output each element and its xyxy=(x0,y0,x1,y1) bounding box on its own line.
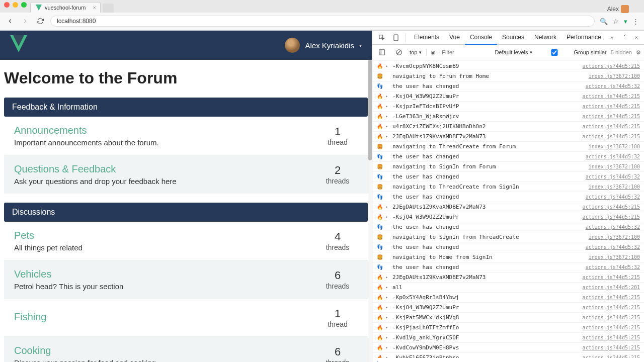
forum-item[interactable]: Vehicles Petrol head? This is your secti… xyxy=(4,260,368,299)
console-log-row[interactable]: 👣 the user has changed actions.js?44d5:3… xyxy=(372,172,644,182)
console-log-row[interactable]: 🔥 ▸ -KsjO4_W3W9Q2Z2UmuPr actions.js?44d5… xyxy=(372,212,644,222)
url-input[interactable] xyxy=(50,16,595,27)
console-log-row[interactable]: 🔥 ▸ -KvhkEl6F673igPtnbso actions.js?44d5… xyxy=(372,353,644,358)
console-log-row[interactable]: 🔥 ▸ -KsjO4_W3W9Q2Z2UmuPr actions.js?44d5… xyxy=(372,92,644,102)
forum-item[interactable]: Pets All things pet related 4 threads xyxy=(4,222,368,260)
console-log-row[interactable]: 🔥 ▸ 2JEgDAUts1Z9KvaXMDBE7v2MaN73 actions… xyxy=(372,132,644,142)
log-source-link[interactable]: actions.js?44d5:215 xyxy=(583,293,640,302)
log-source-link[interactable]: actions.js?44d5:215 xyxy=(583,62,640,70)
expand-icon[interactable]: ▸ xyxy=(385,303,391,312)
console-prompt[interactable]: › xyxy=(372,358,644,362)
expand-icon[interactable]: ▸ xyxy=(385,283,391,292)
expand-icon[interactable]: ▸ xyxy=(385,122,391,131)
expand-icon[interactable]: ▸ xyxy=(385,213,391,221)
log-source-link[interactable]: actions.js?44d5:215 xyxy=(583,303,640,312)
forum-item[interactable]: Questions & Feedback Ask your questions … xyxy=(4,155,368,194)
device-toggle-icon[interactable] xyxy=(389,32,403,44)
expand-icon[interactable]: ▸ xyxy=(385,62,391,70)
log-source-link[interactable]: actions.js?44d5:215 xyxy=(583,122,640,131)
devtools-tab-elements[interactable]: Elements xyxy=(409,31,444,45)
scrollbar-thumb[interactable] xyxy=(368,60,372,160)
console-log-row[interactable]: 🔥 ▸ 2JEgDAUts1Z9KvaXMDBE7v2MaN73 actions… xyxy=(372,202,644,212)
filter-input[interactable] xyxy=(440,48,475,56)
inspect-element-icon[interactable] xyxy=(375,32,388,44)
log-source-link[interactable]: actions.js?44d5:215 xyxy=(583,92,640,101)
console-log-row[interactable]: 🍔 navigating to Home from SignIn index.j… xyxy=(372,252,644,262)
expand-icon[interactable]: ▸ xyxy=(385,203,391,211)
forum-title[interactable]: Announcements xyxy=(14,125,317,136)
console-log-row[interactable]: 🍔 navigating to SignIn from ThreadCreate… xyxy=(372,232,644,242)
console-log-row[interactable]: 🔥 ▸ -KvdCowY9mDvM0EH8Pvs actions.js?44d5… xyxy=(372,343,644,353)
log-source-link[interactable]: actions.js?44d5:32 xyxy=(586,243,640,251)
devtools-tab-console[interactable]: Console xyxy=(465,31,497,45)
expand-icon[interactable]: ▸ xyxy=(385,92,391,101)
expand-icon[interactable]: ▸ xyxy=(385,343,391,352)
log-source-link[interactable]: actions.js?44d5:215 xyxy=(583,343,640,352)
forum-title[interactable]: Cooking xyxy=(14,345,317,356)
console-log-row[interactable]: 🔥 ▸ u4r8XCziZEWEXsj2UIKNHBoDh0n2 actions… xyxy=(372,122,644,132)
devtools-tab-sources[interactable]: Sources xyxy=(497,31,529,45)
console-log-row[interactable]: 🔥 ▸ -Kvd1Vg_ankLYgrxC50F actions.js?44d5… xyxy=(372,333,644,343)
extension-icon[interactable]: ▾ xyxy=(624,18,627,25)
console-log-row[interactable]: 🔥 ▸ -KsjPat5MWCx-dkjNVg8 actions.js?44d5… xyxy=(372,313,644,323)
log-source-link[interactable]: actions.js?44d5:215 xyxy=(583,213,640,221)
new-tab-button[interactable] xyxy=(103,4,114,13)
expand-icon[interactable]: ▸ xyxy=(385,102,391,111)
log-source-link[interactable]: actions.js?44d5:215 xyxy=(583,353,640,358)
forum-title[interactable]: Fishing xyxy=(14,311,317,323)
window-close-icon[interactable] xyxy=(4,2,10,8)
log-source-link[interactable]: actions.js?44d5:215 xyxy=(583,203,640,211)
expand-icon[interactable]: ▸ xyxy=(385,353,391,358)
devtools-tab-performance[interactable]: Performance xyxy=(561,31,606,45)
tab-close-icon[interactable]: × xyxy=(93,5,96,11)
log-source-link[interactable]: actions.js?44d5:215 xyxy=(583,313,640,322)
expand-icon[interactable]: ▸ xyxy=(385,273,391,282)
log-source-link[interactable]: actions.js?44d5:215 xyxy=(583,323,640,332)
log-source-link[interactable]: actions.js?44d5:215 xyxy=(583,333,640,342)
log-source-link[interactable]: index.js?3672:100 xyxy=(589,253,640,261)
devtools-tab-network[interactable]: Network xyxy=(529,31,561,45)
console-log-row[interactable]: 👣 the user has changed actions.js?44d5:3… xyxy=(372,81,644,92)
expand-icon[interactable]: ▸ xyxy=(385,132,391,141)
console-log[interactable]: 🔥 ▸ -KvcmOcppNYK8NCesmB9 actions.js?44d5… xyxy=(372,60,644,358)
log-source-link[interactable]: actions.js?44d5:32 xyxy=(586,152,640,161)
log-source-link[interactable]: actions.js?44d5:32 xyxy=(586,172,640,181)
chrome-profile[interactable]: Alex xyxy=(607,5,629,13)
expand-icon[interactable]: ▸ xyxy=(385,333,391,342)
log-source-link[interactable]: index.js?3672:100 xyxy=(589,233,640,241)
console-log-row[interactable]: 👣 the user has changed actions.js?44d5:3… xyxy=(372,262,644,273)
window-maximize-icon[interactable] xyxy=(21,2,27,8)
console-log-row[interactable]: 🔥 ▸ -KsjO4_W3W9Q2Z2UmuPr actions.js?44d5… xyxy=(372,303,644,313)
forum-item[interactable]: Cooking Discuss your passion for food an… xyxy=(4,337,368,362)
expand-icon[interactable]: ▸ xyxy=(385,323,391,332)
forum-item[interactable]: Fishing 1 thread xyxy=(4,299,368,337)
log-source-link[interactable]: actions.js?44d5:201 xyxy=(583,283,640,292)
console-log-row[interactable]: 👣 the user has changed actions.js?44d5:3… xyxy=(372,152,644,162)
expand-icon[interactable]: ▸ xyxy=(385,313,391,322)
log-source-link[interactable]: actions.js?44d5:32 xyxy=(586,193,640,201)
log-source-link[interactable]: actions.js?44d5:215 xyxy=(583,112,640,121)
console-log-row[interactable]: 👣 the user has changed actions.js?44d5:3… xyxy=(372,192,644,202)
log-source-link[interactable]: index.js?3672:100 xyxy=(589,142,640,151)
log-source-link[interactable]: index.js?3672:100 xyxy=(589,162,640,171)
chrome-menu-icon[interactable]: ⋮ xyxy=(632,18,639,25)
console-log-row[interactable]: 👣 the user has changed actions.js?44d5:3… xyxy=(372,222,644,232)
log-source-link[interactable]: actions.js?44d5:215 xyxy=(583,273,640,282)
user-menu[interactable]: Alex Kyriakidis ▾ xyxy=(285,38,362,53)
log-source-link[interactable]: index.js?3672:100 xyxy=(589,72,640,80)
bookmark-icon[interactable]: ☆ xyxy=(613,18,619,25)
console-sidebar-toggle-icon[interactable] xyxy=(375,46,388,58)
console-log-row[interactable]: 🔥 ▸ -KvcmOcppNYK8NCesmB9 actions.js?44d5… xyxy=(372,61,644,71)
console-log-row[interactable]: 🔥 ▸ all actions.js?44d5:201 xyxy=(372,283,644,293)
console-log-row[interactable]: 🔥 ▸ 2JEgDAUts1Z9KvaXMDBE7v2MaN73 actions… xyxy=(372,273,644,283)
console-log-row[interactable]: 🍔 navigating to ThreadCreate from Forum … xyxy=(372,142,644,152)
console-log-row[interactable]: 🔥 ▸ -KpOx5Y4AqRr3sB4Ybwj actions.js?44d5… xyxy=(372,293,644,303)
forum-title[interactable]: Pets xyxy=(14,230,317,241)
group-similar-checkbox[interactable]: Group similar xyxy=(537,49,606,56)
forward-button[interactable] xyxy=(20,16,30,26)
scrollbar[interactable] xyxy=(368,60,372,362)
forum-title[interactable]: Questions & Feedback xyxy=(14,163,317,175)
console-log-row[interactable]: 🍔 navigating to ThreadCreate from SignIn… xyxy=(372,182,644,192)
devtools-menu-icon[interactable]: ⋮ xyxy=(619,34,630,41)
live-expression-icon[interactable]: ◉ xyxy=(431,49,436,56)
